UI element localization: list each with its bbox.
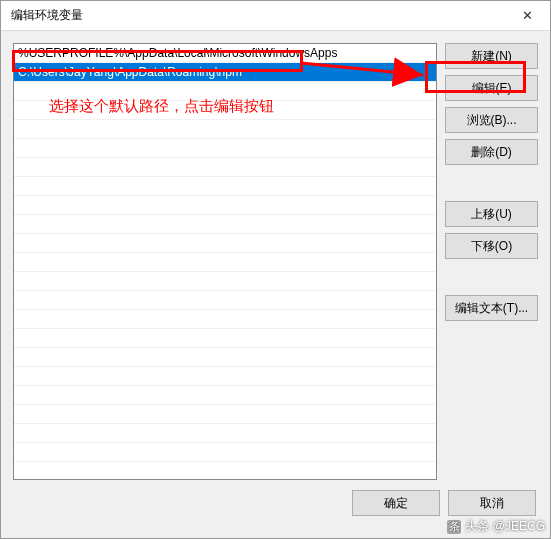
list-item[interactable]: %USERPROFILE%\AppData\Local\Microsoft\Wi… <box>14 44 436 63</box>
close-icon: ✕ <box>522 8 533 23</box>
list-empty-row[interactable] <box>14 348 436 367</box>
close-button[interactable]: ✕ <box>505 1 550 31</box>
list-empty-row[interactable] <box>14 329 436 348</box>
list-empty-row[interactable] <box>14 177 436 196</box>
list-empty-row[interactable] <box>14 291 436 310</box>
move-up-button[interactable]: 上移(U) <box>445 201 538 227</box>
dialog-window: 编辑环境变量 ✕ %USERPROFILE%\AppData\Local\Mic… <box>0 0 551 539</box>
spacer <box>445 265 538 289</box>
spacer <box>445 171 538 195</box>
edit-text-button[interactable]: 编辑文本(T)... <box>445 295 538 321</box>
new-button[interactable]: 新建(N) <box>445 43 538 69</box>
list-empty-row[interactable] <box>14 196 436 215</box>
titlebar: 编辑环境变量 ✕ <box>1 1 550 31</box>
list-empty-row[interactable] <box>14 405 436 424</box>
list-empty-row[interactable] <box>14 215 436 234</box>
list-empty-row[interactable] <box>14 443 436 462</box>
move-down-button[interactable]: 下移(O) <box>445 233 538 259</box>
list-empty-row[interactable] <box>14 120 436 139</box>
list-empty-row[interactable] <box>14 272 436 291</box>
edit-button[interactable]: 编辑(E) <box>445 75 538 101</box>
ok-button[interactable]: 确定 <box>352 490 440 516</box>
list-empty-row[interactable] <box>14 367 436 386</box>
list-empty-row[interactable] <box>14 386 436 405</box>
list-empty-row[interactable] <box>14 158 436 177</box>
dialog-content: %USERPROFILE%\AppData\Local\Microsoft\Wi… <box>1 31 550 538</box>
list-empty-row[interactable] <box>14 101 436 120</box>
path-listbox[interactable]: %USERPROFILE%\AppData\Local\Microsoft\Wi… <box>13 43 437 480</box>
delete-button[interactable]: 删除(D) <box>445 139 538 165</box>
cancel-button[interactable]: 取消 <box>448 490 536 516</box>
bottom-row: 确定 取消 <box>13 480 538 526</box>
window-title: 编辑环境变量 <box>11 7 505 24</box>
button-column: 新建(N) 编辑(E) 浏览(B)... 删除(D) 上移(U) 下移(O) 编… <box>445 43 538 480</box>
browse-button[interactable]: 浏览(B)... <box>445 107 538 133</box>
list-empty-row[interactable] <box>14 310 436 329</box>
list-empty-row[interactable] <box>14 82 436 101</box>
list-empty-row[interactable] <box>14 424 436 443</box>
list-empty-row[interactable] <box>14 139 436 158</box>
list-empty-row[interactable] <box>14 253 436 272</box>
list-item-selected[interactable]: C:\Users\JayYang\AppData\Roaming\npm <box>14 63 436 82</box>
list-empty-row[interactable] <box>14 234 436 253</box>
main-row: %USERPROFILE%\AppData\Local\Microsoft\Wi… <box>13 43 538 480</box>
